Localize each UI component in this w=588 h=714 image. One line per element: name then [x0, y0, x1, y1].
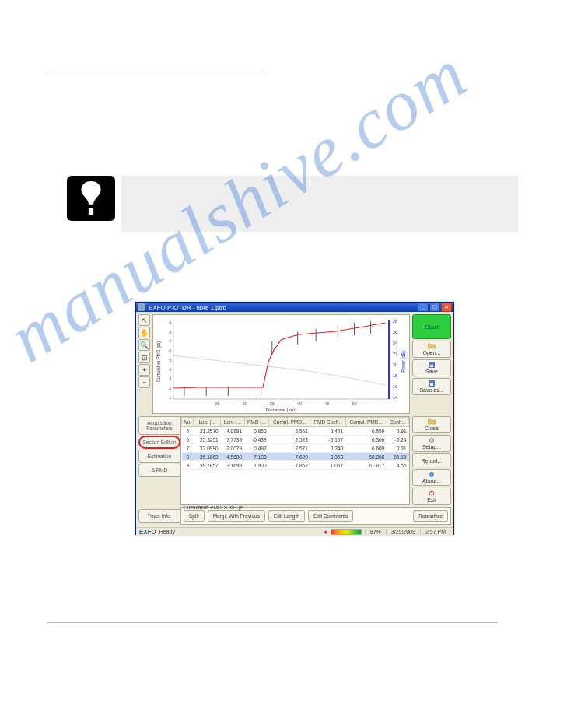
- tab-estimation[interactable]: Estimation: [138, 450, 180, 463]
- svg-text:18: 18: [393, 373, 398, 377]
- important-icon: [67, 176, 115, 221]
- minimize-button[interactable]: _: [418, 303, 429, 312]
- floppy-icon: [428, 380, 436, 387]
- split-button[interactable]: Split: [184, 510, 205, 522]
- setup-button[interactable]: Setup...: [412, 435, 451, 452]
- reanalyze-button[interactable]: Reanalyze: [413, 510, 448, 522]
- table-cell: 9: [182, 461, 194, 470]
- power-icon: [428, 490, 436, 496]
- status-ready: Ready: [159, 529, 175, 534]
- table-cell: 61.817: [345, 461, 387, 470]
- tab-acquisition-parameters[interactable]: Acquisition Parameters: [138, 416, 180, 435]
- zoom-tool-icon[interactable]: 🔍: [138, 339, 150, 351]
- table-header[interactable]: Contr...: [387, 418, 408, 427]
- tab-delta-pmd[interactable]: Δ PMD: [138, 464, 180, 477]
- table-cell: 7.7739: [221, 436, 244, 444]
- tab-trace-info[interactable]: Trace Info.: [138, 509, 180, 523]
- svg-rect-40: [430, 365, 433, 367]
- folder-icon: [428, 418, 436, 425]
- table-cell: 7.183: [244, 453, 269, 461]
- table-cell: 58.208: [345, 453, 387, 461]
- table-row[interactable]: 625.32517.7739-0.4392.523-0.1576.366-0.2…: [182, 436, 409, 444]
- side-button-bar: Start Open... Save Save as...: [412, 314, 451, 414]
- svg-text:16: 16: [393, 384, 398, 388]
- start-button[interactable]: Start: [412, 314, 451, 339]
- table-cell: 3.1698: [221, 461, 244, 470]
- table-cell: 2.561: [269, 427, 310, 436]
- table-header[interactable]: Cumul. PMD...: [269, 418, 310, 427]
- svg-text:2: 2: [169, 386, 171, 390]
- svg-text:20: 20: [393, 362, 398, 366]
- app-window: EXFO P-OTDR - fibre 1.ptrc _ □ × ↖ ✋ 🔍 ⊡…: [135, 302, 454, 535]
- table-cell: 2.571: [269, 444, 310, 453]
- table-cell: 0.850: [244, 427, 269, 436]
- side-button-bar-2: Close Setup... Report... iAbout... Exit: [412, 416, 451, 505]
- zoom-reset-icon[interactable]: ⊡: [138, 352, 150, 363]
- svg-text:1: 1: [169, 395, 171, 399]
- svg-text:6: 6: [169, 348, 171, 352]
- table-cell: 0.492: [244, 444, 269, 453]
- status-led-icon: ●: [324, 529, 327, 534]
- svg-text:Distance (km): Distance (km): [266, 408, 297, 411]
- status-bar: EXFO Ready ● 87% 3/25/2009 2:57 PM: [136, 527, 453, 535]
- status-date: 3/25/2009: [386, 529, 420, 534]
- info-icon: i: [428, 471, 436, 478]
- cumulative-pmd-label: Cumulative PMD: 8.903 ps: [184, 505, 243, 510]
- table-header[interactable]: Loc. (...: [194, 418, 221, 427]
- table-row[interactable]: 521.25704.06810.8502.5610.4216.5590.91: [182, 427, 409, 436]
- chart-area[interactable]: 12 34 56 78 9 1416 1820 2224 2628: [152, 314, 410, 414]
- table-header[interactable]: Len. (...: [221, 418, 244, 427]
- edit-length-button[interactable]: Edit Length: [268, 510, 305, 522]
- page-rule: [47, 72, 264, 72]
- table-cell: 6.609: [345, 444, 387, 453]
- content-area: ↖ ✋ 🔍 ⊡ ＋ － 12 34 56: [136, 312, 453, 527]
- maximize-button[interactable]: □: [429, 303, 440, 312]
- brand-logo: EXFO: [139, 528, 156, 535]
- save-button[interactable]: Save: [412, 359, 451, 376]
- page-rule: [47, 622, 498, 623]
- svg-text:22: 22: [393, 352, 398, 355]
- table-header[interactable]: No.: [182, 418, 194, 427]
- setup-label: Setup...: [422, 444, 441, 450]
- svg-text:Power (dB): Power (dB): [401, 351, 406, 373]
- table-cell: 7: [182, 444, 194, 453]
- open-button[interactable]: Open...: [412, 341, 451, 358]
- pointer-tool-icon[interactable]: ↖: [138, 314, 150, 326]
- open-label: Open...: [423, 350, 441, 355]
- table-header[interactable]: PMD Coef...: [310, 418, 345, 427]
- tab-section-edition[interactable]: Section Edition: [138, 436, 180, 449]
- zoom-in-icon[interactable]: ＋: [138, 364, 150, 376]
- svg-text:7: 7: [169, 339, 171, 343]
- table-header[interactable]: PMD (...: [244, 418, 269, 427]
- close-file-button[interactable]: Close: [412, 416, 451, 433]
- save-label: Save: [425, 369, 438, 374]
- about-button[interactable]: iAbout...: [412, 469, 451, 486]
- table-cell: 35.1069: [194, 453, 221, 461]
- table-cell: 8: [182, 453, 194, 461]
- folder-open-icon: [428, 343, 436, 349]
- merge-button[interactable]: Merge With Previous: [208, 510, 265, 522]
- close-label: Close: [425, 425, 439, 431]
- svg-text:50: 50: [352, 401, 357, 405]
- window-title: EXFO P-OTDR - fibre 1.ptrc: [149, 304, 418, 311]
- table-row[interactable]: 733.09902.00790.4922.5710.3406.6090.31: [182, 444, 409, 453]
- exit-button[interactable]: Exit: [412, 488, 451, 505]
- svg-text:40: 40: [297, 401, 303, 405]
- table-cell: -0.157: [310, 436, 345, 444]
- table-cell: 65.10: [387, 453, 408, 461]
- table-row[interactable]: 835.10694.58887.1837.6293.35358.20865.10: [182, 453, 409, 461]
- svg-text:28: 28: [393, 319, 398, 323]
- table-cell: -0.24: [387, 436, 408, 444]
- status-percent: 87%: [365, 529, 386, 534]
- pan-tool-icon[interactable]: ✋: [138, 327, 150, 338]
- svg-text:i: i: [431, 472, 432, 477]
- edit-comments-button[interactable]: Edit Comments: [308, 510, 353, 522]
- table-row[interactable]: 939.78573.16981.9007.8621.06761.8174.55: [182, 461, 409, 470]
- zoom-out-icon[interactable]: －: [138, 376, 150, 388]
- report-button[interactable]: Report...: [412, 453, 451, 467]
- table-header[interactable]: Cumul. PMD...: [345, 418, 387, 427]
- save-as-button[interactable]: Save as...: [412, 378, 451, 395]
- data-table[interactable]: No.Loc. (...Len. (...PMD (...Cumul. PMD.…: [180, 416, 410, 505]
- close-button[interactable]: ×: [441, 303, 452, 312]
- svg-rect-42: [430, 383, 433, 386]
